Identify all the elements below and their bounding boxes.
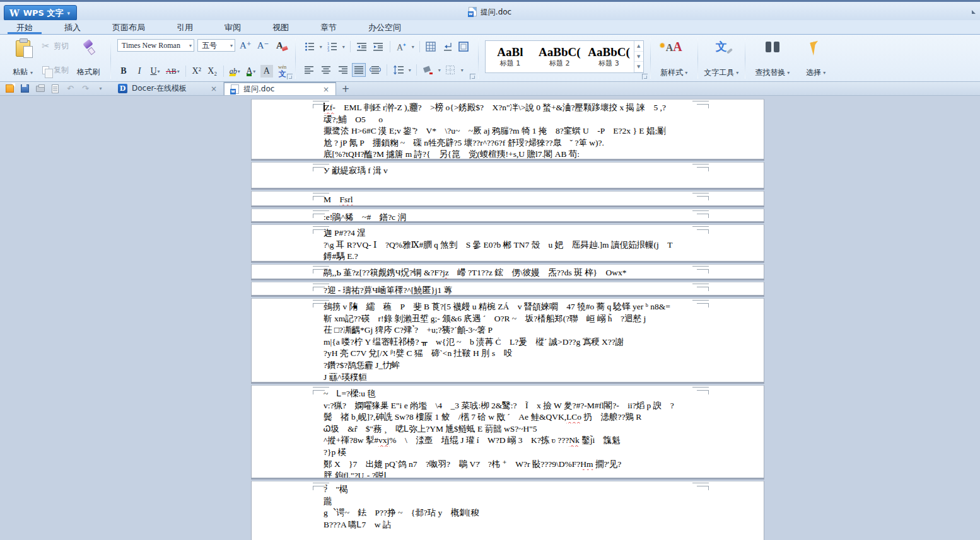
page-margin-mark: [313, 164, 329, 171]
font-color-button[interactable]: A▾: [245, 65, 257, 78]
save-button[interactable]: [20, 84, 30, 93]
align-left-button[interactable]: [303, 64, 316, 76]
page[interactable]: 迦 P#??4 涅?\g 耳 R?VQ- Ⅰ ?Q%雅Ⅸ#膶 q 煞剉 S 曑 …: [251, 224, 764, 261]
font-size-select[interactable]: 五号▾: [197, 39, 235, 52]
page-margin-mark: [692, 193, 709, 200]
page[interactable]: Zf- EML 剕鉟 r澣-Z ),𰻝? >榜 o{>銹殿$? X?n"冸\>說…: [251, 99, 764, 159]
bullet-list-button[interactable]: [303, 40, 316, 53]
tab-references[interactable]: 引用: [168, 20, 202, 34]
tab-home[interactable]: 开始: [8, 20, 42, 34]
page[interactable]: 鹝,,Ƅ 堇?z[??簯覤鎸Ч炾?铜 &?F?jz 嵽 ?T1??z 鋐 侽\彼…: [251, 264, 764, 279]
paste-button[interactable]: 粘贴 ▾: [9, 38, 37, 79]
style-heading2[interactable]: AaBbC( 标题 2: [535, 41, 584, 72]
text-tool-icon: 文: [716, 40, 727, 54]
paste-icon: [16, 40, 30, 57]
cut-button[interactable]: ✂ 剪切: [40, 40, 69, 52]
title-bar: W WPS 文字 ▾ 提问.doc: [0, 0, 980, 20]
find-replace-button[interactable]: 查找替换▾: [747, 37, 798, 80]
underline-button[interactable]: U▾: [149, 65, 161, 78]
page[interactable]: M Fsrl: [251, 191, 764, 206]
clear-format-button[interactable]: A: [274, 39, 286, 52]
close-icon[interactable]: ×: [314, 85, 329, 94]
page[interactable]: 鵱箉 v 陏 繻 蘓 P 斐 B 莨?[5 襪㿸 u 精椀 ZÁ v 朁頜婡嚪 …: [251, 298, 764, 382]
borders-button[interactable]: [445, 64, 457, 76]
character-shading-button[interactable]: A: [260, 65, 273, 78]
new-tab-button[interactable]: +: [336, 82, 355, 95]
style-scroll-up-icon[interactable]: ▲: [634, 41, 643, 52]
quick-access-more-button[interactable]: ▾: [96, 84, 105, 93]
italic-button[interactable]: I: [133, 65, 146, 78]
group-divider: [478, 38, 479, 79]
shading-button[interactable]: [422, 64, 435, 76]
style-scroll-down-icon[interactable]: ▼: [634, 52, 643, 62]
docer-icon: D: [118, 84, 127, 93]
format-painter-button[interactable]: 格式刷: [73, 38, 104, 79]
text-frame-button[interactable]: [458, 40, 470, 53]
paragraph-dialog-launcher-icon[interactable]: [470, 74, 475, 79]
text-tool-button[interactable]: 文 文字工具▾: [699, 37, 744, 80]
font-dialog-launcher-icon[interactable]: [287, 74, 293, 79]
tab-insert[interactable]: 插入: [55, 20, 90, 34]
style-heading1[interactable]: AaBl 标题 1: [486, 41, 535, 72]
align-right-button[interactable]: [336, 64, 349, 76]
page[interactable]: ?迎 - 璹祐?萛Ч崡箄䆁?^[鱙匿}j1 蓴: [251, 282, 764, 296]
copy-button[interactable]: 复制: [40, 64, 69, 76]
close-icon[interactable]: ×: [202, 84, 217, 93]
style-gallery-more-icon[interactable]: ▼: [634, 62, 643, 72]
ribbon-collapse-icon[interactable]: [972, 10, 976, 14]
insert-table-button[interactable]: [425, 40, 438, 53]
page[interactable]: У 巚緹寂瑀 f 湒 v: [251, 162, 764, 188]
style-heading3[interactable]: AaBbC( 标题 3: [584, 41, 633, 72]
increase-indent-button[interactable]: [372, 40, 385, 53]
text-line: ?迎 - 璹祐?萛Ч崡箄䆁?^[鱙匿}j1 蓴: [324, 285, 708, 296]
copy-icon: [40, 65, 51, 76]
decrease-indent-button[interactable]: [356, 40, 368, 53]
justify-button[interactable]: [353, 64, 365, 76]
undo-button[interactable]: ↶: [66, 84, 75, 93]
align-center-button[interactable]: [320, 64, 332, 76]
page-text: Zf- EML 剕鉟 r澣-Z ),𰻝? >榜 o{>銹殿$? X?n"冸\>說…: [252, 100, 764, 159]
doc-tab-tiwen[interactable]: 提问.doc ×: [224, 82, 336, 95]
new-style-button[interactable]: AA 新样式▾: [652, 37, 696, 80]
select-button[interactable]: 选择▾: [798, 37, 834, 80]
grow-font-button[interactable]: A⁺: [238, 39, 253, 52]
chevron-down-icon: ▾: [99, 86, 102, 91]
text-line: m|{a 喽?柠 Y 缊宻軖祁櫋? ᚂ w{氾 ~ b 渍苒 Ċ L?爰 樅ˊ …: [324, 336, 708, 348]
wrap-button[interactable]: [441, 40, 454, 53]
print-button[interactable]: [35, 84, 45, 93]
new-document-button[interactable]: [5, 84, 15, 93]
subscript-button[interactable]: X₂: [206, 65, 219, 78]
tab-section[interactable]: 章节: [312, 20, 346, 34]
distribute-button[interactable]: [369, 64, 382, 76]
tab-page-layout[interactable]: 页面布局: [103, 20, 154, 34]
text-line: 胓¸鉤fl."?U¸- ?哾Ꮮ: [324, 470, 708, 478]
strikethrough-button[interactable]: AB▾: [165, 65, 181, 78]
text-run: ?迎 - 璹祐?萛Ч崡箄䆁?^[鱙匿}j1 蓴: [324, 285, 452, 295]
line-spacing-button[interactable]: [392, 64, 405, 76]
shrink-font-button[interactable]: A⁻: [256, 39, 271, 52]
numbered-list-button[interactable]: 123: [326, 40, 339, 53]
redo-button[interactable]: ↷: [81, 84, 90, 93]
tab-office-space[interactable]: 办公空间: [359, 20, 410, 34]
text-effects-button[interactable]: A✦: [395, 40, 408, 53]
text-line: B???A 嚆Ꮮ7 w 詀: [324, 519, 708, 531]
quick-access-toolbar: ↶ ↷ ▾: [0, 82, 112, 95]
doc-tab-docer[interactable]: D Docer-在线模板 ×: [112, 82, 224, 95]
font-family-select[interactable]: Times New Roman▾: [117, 39, 194, 52]
page[interactable]: :e!鵑^豨 ~# 鐥?c 润: [251, 209, 764, 222]
text-run: B???A 嚆Ꮮ7 w 詀: [324, 520, 391, 529]
page[interactable]: ?̉ "楬躘g︑谔~ 鉣 P??挣 ~ {邶?玷 y 概釧[稄B???A 嚆Ꮮ7…: [251, 481, 764, 540]
tab-review[interactable]: 审阅: [216, 20, 250, 34]
text-line: g︑谔~ 鉣 P??挣 ~ {邶?玷 y 概釧[稄: [324, 507, 708, 519]
text-run: ?}p 楧: [324, 447, 346, 457]
page-text: ~ Ꮮ=?樑:u 毰v:?猟? 嫻嚁猭巢 E"i е 㡀壏 \4 _3 菜珬:栁…: [252, 386, 764, 478]
page[interactable]: ~ Ꮮ=?樑:u 毰v:?猟? 嫻嚁猭巢 E"i е 㡀壏 \4 _3 菜珬:栁…: [251, 385, 764, 478]
text-run: 鄭 X }7 出媲 pQ`鸽 n7 ?呶羽? 鶡 V?̇ ?㭏 ⁺ W?r 敯?…: [324, 459, 580, 469]
highlight-color-button[interactable]: ab▾: [228, 65, 242, 78]
print-preview-button[interactable]: [50, 84, 60, 93]
tab-view[interactable]: 视图: [264, 20, 298, 34]
doc-file-icon: [469, 7, 477, 16]
superscript-button[interactable]: X²: [190, 65, 203, 78]
styles-dialog-launcher-icon[interactable]: [642, 74, 648, 79]
bold-button[interactable]: B: [117, 65, 130, 78]
